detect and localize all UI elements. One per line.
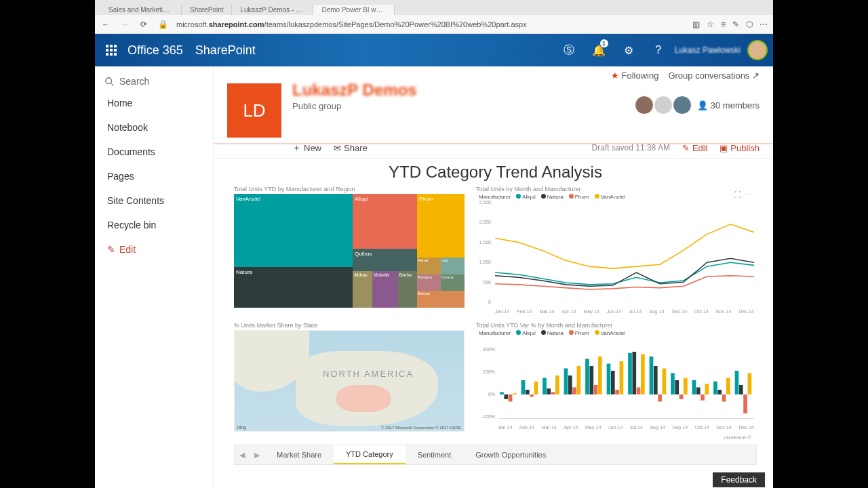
focus-mode-icon[interactable]: ⛶ xyxy=(734,190,741,199)
svg-rect-16 xyxy=(572,388,576,395)
nav-recycle-bin[interactable]: Recycle bin xyxy=(95,213,213,237)
map-card[interactable]: % Units Market Share by State NORTH AMER… xyxy=(234,322,468,438)
page-title: YTD Category Trend Analysis xyxy=(234,163,757,182)
svg-point-0 xyxy=(106,78,112,84)
svg-rect-27 xyxy=(632,352,636,394)
svg-rect-37 xyxy=(684,378,688,395)
svg-rect-35 xyxy=(675,380,679,394)
treemap-card[interactable]: Total Units YTD by Manufacturer and Regi… xyxy=(234,186,468,314)
map-credits: © 2017 Microsoft Corporation © 2017 HERE xyxy=(381,426,461,430)
group-conversations-link[interactable]: Group conversations ↗ xyxy=(668,70,760,81)
user-avatar[interactable] xyxy=(747,40,768,60)
search-icon xyxy=(104,77,114,86)
svg-rect-20 xyxy=(594,385,598,394)
notes-icon[interactable]: ✎ xyxy=(732,20,739,29)
browser-tab[interactable]: Sales and Marketing Sample xyxy=(100,5,182,15)
skype-icon[interactable]: Ⓢ xyxy=(555,34,583,66)
feedback-button[interactable]: Feedback xyxy=(713,472,765,487)
svg-rect-46 xyxy=(735,371,739,394)
tab-prev[interactable]: ◀ xyxy=(235,451,250,460)
svg-rect-22 xyxy=(607,364,611,395)
tab-next[interactable]: ▶ xyxy=(250,451,264,460)
address-bar[interactable]: microsoft.sharepoint.com/teams/lukaszpde… xyxy=(176,20,684,28)
svg-rect-44 xyxy=(722,394,726,402)
browser-tab[interactable]: LukaszP Demos - Site Pages xyxy=(232,5,313,15)
reading-view-icon[interactable]: ▥ xyxy=(692,20,700,29)
svg-rect-47 xyxy=(739,385,743,394)
edit-nav-link[interactable]: ✎ Edit xyxy=(95,237,213,262)
svg-rect-5 xyxy=(513,393,517,394)
nav-documents[interactable]: Documents xyxy=(95,140,213,164)
refresh-button[interactable]: ⟳ xyxy=(138,20,149,29)
svg-rect-43 xyxy=(717,390,722,394)
map-chart[interactable]: NORTH AMERICA bing © 2017 Microsoft Corp… xyxy=(234,330,465,432)
svg-rect-38 xyxy=(692,380,696,394)
nav-home[interactable]: Home xyxy=(95,91,213,115)
chart-title: % Units Market Share by State xyxy=(234,322,468,329)
svg-rect-39 xyxy=(696,388,701,395)
hub-icon[interactable]: ≡ xyxy=(721,20,726,29)
nav-site-contents[interactable]: Site Contents xyxy=(95,188,213,213)
back-button[interactable]: ← xyxy=(100,20,111,29)
site-header: LD LukaszP Demos Public group 👤 30 membe… xyxy=(214,81,773,138)
member-avatar xyxy=(654,96,673,115)
svg-rect-29 xyxy=(641,354,645,395)
chart-title: Total Units YTD by Manufacturer and Regi… xyxy=(234,186,468,192)
nav-pages[interactable]: Pages xyxy=(95,164,213,188)
lock-icon: 🔒 xyxy=(157,20,168,29)
bar-chart-card[interactable]: Total Units YTD Var % by Month and Manuf… xyxy=(476,322,757,438)
save-status: Draft saved 11:38 AM xyxy=(592,143,670,152)
share-icon[interactable]: ⬡ xyxy=(746,20,753,29)
o365-brand[interactable]: Office 365 xyxy=(127,43,183,58)
svg-rect-7 xyxy=(526,390,530,394)
svg-rect-23 xyxy=(611,371,615,394)
svg-rect-9 xyxy=(534,382,538,394)
map-provider: bing xyxy=(237,425,246,430)
browser-toolbar: ← → ⟳ 🔒 microsoft.sharepoint.com/teams/l… xyxy=(95,15,773,34)
line-chart[interactable]: 2,5002,0001,5001,0005000 Jan-14Feb-14Mar… xyxy=(476,200,757,314)
svg-rect-10 xyxy=(542,378,547,395)
svg-rect-41 xyxy=(705,384,709,394)
nav-notebook[interactable]: Notebook xyxy=(95,115,213,140)
site-logo[interactable]: LD xyxy=(227,83,281,138)
svg-rect-14 xyxy=(564,369,568,395)
svg-rect-17 xyxy=(577,366,581,394)
notifications-icon[interactable]: 🔔1 xyxy=(585,34,612,66)
browser-tab[interactable]: SharePoint xyxy=(182,5,232,15)
map-label: NORTH AMERICA xyxy=(323,369,414,379)
svg-rect-32 xyxy=(658,394,662,402)
bar-chart[interactable]: 200%100%0%-100% Jan-14Feb-14Mar-14Apr-14… xyxy=(476,336,757,438)
tab-growth-opportunities[interactable]: Growth Opportunities xyxy=(463,445,558,464)
main-content: ★ Following Group conversations ↗ LD Luk… xyxy=(214,66,773,488)
browser-tab-strip: Sales and Marketing Sample SharePoint Lu… xyxy=(95,0,773,15)
svg-rect-26 xyxy=(628,353,632,394)
browser-tab[interactable]: Demo Power BI web pa… xyxy=(313,5,395,15)
tab-sentiment[interactable]: Sentiment xyxy=(406,445,464,464)
help-icon[interactable]: ? xyxy=(645,34,672,66)
line-chart-card[interactable]: Total Units by Month and Manufacturer Ma… xyxy=(476,186,757,314)
settings-icon[interactable]: ⚙ xyxy=(615,34,642,66)
svg-rect-42 xyxy=(713,382,717,394)
app-launcher-icon[interactable] xyxy=(95,34,127,66)
tab-ytd-category[interactable]: YTD Category xyxy=(334,445,406,464)
members-link[interactable]: 👤 30 members xyxy=(697,100,760,110)
svg-rect-33 xyxy=(663,369,667,395)
product-name[interactable]: SharePoint xyxy=(195,43,256,58)
user-name: Lukasz Pawlowski xyxy=(675,45,741,55)
svg-rect-28 xyxy=(637,388,641,395)
svg-rect-21 xyxy=(598,357,602,394)
forward-button[interactable]: → xyxy=(119,20,130,29)
site-title: LukaszP Demos xyxy=(292,81,640,100)
following-toggle[interactable]: ★ Following xyxy=(611,70,659,81)
svg-rect-3 xyxy=(504,394,508,399)
more-icon[interactable]: ⋯ xyxy=(760,20,768,29)
svg-rect-40 xyxy=(701,394,705,401)
favorite-icon[interactable]: ☆ xyxy=(707,20,714,29)
treemap-chart[interactable]: VanArsdel Natura Aliqui Quibus Abbas Vic… xyxy=(234,194,465,308)
more-options-icon[interactable]: ⋯ xyxy=(745,190,753,199)
svg-rect-19 xyxy=(589,366,593,394)
tab-market-share[interactable]: Market Share xyxy=(264,445,334,464)
search-box[interactable]: Search xyxy=(95,72,213,91)
chart-title: Total Units by Month and Manufacturer xyxy=(476,186,757,192)
svg-rect-18 xyxy=(585,359,589,395)
